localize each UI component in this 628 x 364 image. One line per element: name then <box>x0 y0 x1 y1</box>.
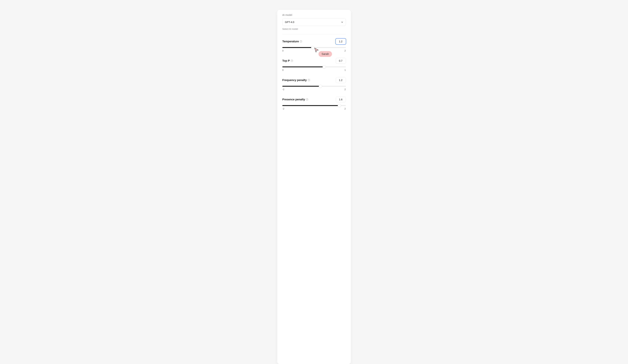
slider-fill <box>282 47 313 48</box>
param-presence_penalty: Presence penalty?1.6-22 <box>282 97 346 110</box>
param-value-input[interactable]: 1.2 <box>336 77 346 83</box>
slider-fill <box>282 86 320 87</box>
param-label: Temperature <box>282 40 299 43</box>
slider-thumb[interactable] <box>338 104 341 107</box>
param-value-input[interactable]: 0.7 <box>336 58 346 64</box>
slider-max-label: 1 <box>344 69 346 72</box>
help-icon[interactable]: ? <box>308 79 310 81</box>
param-label-group: Frequency penalty? <box>282 78 310 82</box>
ai-model-select[interactable]: GPT-4.0 <box>282 18 346 26</box>
param-label: Top P <box>282 59 290 63</box>
slider-range-labels: 02 <box>282 50 346 52</box>
slider-range-labels: -22 <box>282 88 346 91</box>
slider-thumb[interactable] <box>322 65 326 69</box>
param-label: Frequency penalty <box>282 78 307 82</box>
slider-track[interactable] <box>282 67 346 67</box>
slider-track[interactable] <box>282 47 346 48</box>
param-header: Top P?0.7 <box>282 58 346 64</box>
slider-range-labels: 01 <box>282 69 346 72</box>
param-value-input[interactable]: 1.6 <box>336 97 346 102</box>
slider-fill <box>282 67 324 67</box>
slider-max-label: 2 <box>344 108 346 110</box>
chevron-down-icon <box>341 21 343 23</box>
slider-thumb[interactable] <box>311 46 314 49</box>
slider-track[interactable] <box>282 86 346 87</box>
help-icon[interactable]: ? <box>306 98 308 101</box>
slider-min-label: -2 <box>282 88 284 91</box>
slider-min-label: 0 <box>282 69 284 72</box>
param-header: Frequency penalty?1.2 <box>282 77 346 83</box>
slider-min-label: -2 <box>282 108 284 110</box>
divider <box>282 34 346 34</box>
slider-thumb[interactable] <box>319 85 322 88</box>
param-label: Presence penalty <box>282 98 305 101</box>
param-temperature: Temperature?1.202 Sarah <box>282 39 346 52</box>
ai-model-label: AI model <box>282 13 346 16</box>
help-icon[interactable]: ? <box>300 40 302 43</box>
ai-model-helper: Select AI model <box>282 28 346 30</box>
slider-track[interactable] <box>282 105 346 106</box>
help-icon[interactable]: ? <box>291 60 293 62</box>
settings-card: AI model GPT-4.0 Select AI model Tempera… <box>277 10 351 364</box>
slider-fill <box>282 105 339 106</box>
ai-model-selected-value: GPT-4.0 <box>285 21 294 24</box>
param-label-group: Top P? <box>282 59 293 63</box>
param-value-input[interactable]: 1.2 <box>336 39 346 44</box>
slider-range-labels: -22 <box>282 108 346 110</box>
param-label-group: Temperature? <box>282 40 302 43</box>
param-label-group: Presence penalty? <box>282 98 308 101</box>
param-top_p: Top P?0.701 <box>282 58 346 72</box>
param-header: Presence penalty?1.6 <box>282 97 346 102</box>
slider-min-label: 0 <box>282 50 284 52</box>
slider-max-label: 2 <box>344 50 346 52</box>
slider-max-label: 2 <box>344 88 346 91</box>
param-header: Temperature?1.2 <box>282 39 346 44</box>
param-frequency_penalty: Frequency penalty?1.2-22 <box>282 77 346 91</box>
